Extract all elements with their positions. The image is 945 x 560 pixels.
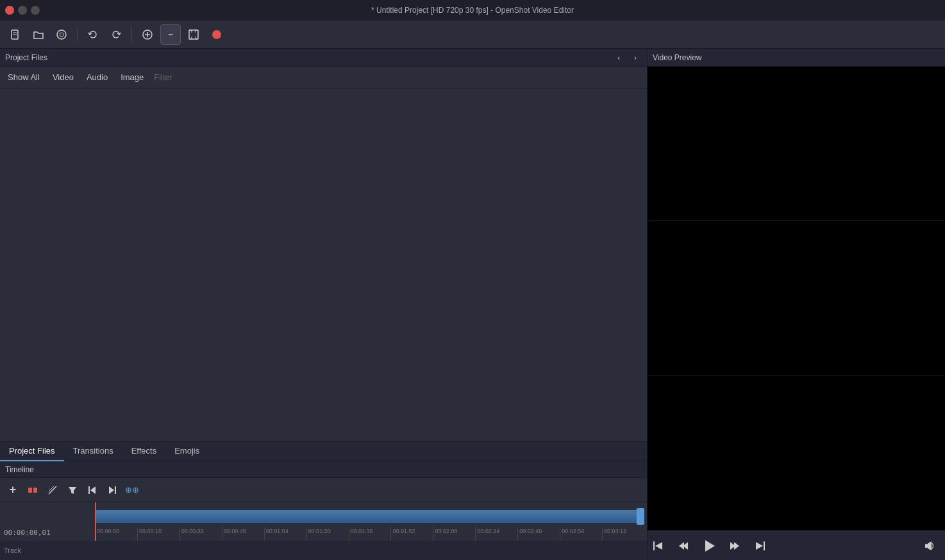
preview-screen-bot xyxy=(648,376,945,531)
timeline-scrubber-area[interactable]: 00:00:00 00:00:16 00:00:32 00:00:48 00:0… xyxy=(0,502,647,541)
timeline-playhead[interactable] xyxy=(95,502,96,541)
save-button[interactable] xyxy=(51,24,72,45)
filter-bar: Show All Video Audio Image xyxy=(0,67,647,88)
right-panel: Video Preview xyxy=(648,49,945,560)
filter-tab-audio[interactable]: Audio xyxy=(84,71,110,83)
panel-header: Project Files ‹ › xyxy=(0,49,647,67)
tab-effects[interactable]: Effects xyxy=(122,441,166,461)
svg-rect-11 xyxy=(33,488,37,493)
preview-screen-top xyxy=(648,67,945,221)
ruler-mark-2: 00:00:32 xyxy=(180,527,222,541)
tl-center[interactable]: ⊕⊕ xyxy=(123,481,141,499)
tl-razor[interactable] xyxy=(44,481,62,499)
svg-point-3 xyxy=(57,30,66,39)
ruler-mark-0: 00:00:00 xyxy=(95,527,137,541)
fullscreen-button[interactable] xyxy=(183,24,204,45)
preview-title: Video Preview xyxy=(653,53,702,62)
tl-filter[interactable] xyxy=(63,481,81,499)
panel-title: Project Files xyxy=(5,53,47,62)
track-label: Track xyxy=(4,547,94,554)
ruler-mark-1: 00:00:16 xyxy=(137,527,180,541)
minus-button[interactable]: − xyxy=(160,24,181,45)
tl-jump-end[interactable] xyxy=(103,481,121,499)
svg-marker-16 xyxy=(90,486,96,494)
timeline-thumb[interactable] xyxy=(637,508,644,525)
ruler-mark-8: 00:02:08 xyxy=(433,527,475,541)
tab-emojis[interactable]: Emojis xyxy=(165,441,208,461)
ruler-mark-9: 00:02:24 xyxy=(475,527,517,541)
ruler-mark-10: 00:02:40 xyxy=(517,527,560,541)
filter-tab-showall[interactable]: Show All xyxy=(5,71,42,83)
track-area: Track xyxy=(0,541,647,560)
svg-marker-20 xyxy=(655,542,662,550)
svg-rect-28 xyxy=(925,544,928,548)
ruler-mark-3: 00:00:48 xyxy=(222,527,264,541)
svg-line-13 xyxy=(49,486,54,491)
svg-marker-18 xyxy=(109,486,114,494)
record-button[interactable] xyxy=(206,24,227,45)
toolbar: − xyxy=(0,21,945,49)
main-area: Project Files ‹ › Show All Video Audio I… xyxy=(0,49,945,560)
svg-point-9 xyxy=(212,30,221,39)
preview-screens xyxy=(648,67,945,531)
filter-tab-image[interactable]: Image xyxy=(118,71,146,83)
timeline-ruler: 00:00:00 00:00:16 00:00:32 00:00:48 00:0… xyxy=(95,527,644,541)
ruler-mark-4: 00:01:04 xyxy=(264,527,306,541)
preview-jump-start-button[interactable] xyxy=(648,536,668,556)
tl-snapping[interactable] xyxy=(24,481,42,499)
redo-button[interactable] xyxy=(106,24,126,45)
preview-step-forward-button[interactable] xyxy=(724,536,745,556)
titlebar: * Untitled Project [HD 720p 30 fps] - Op… xyxy=(0,0,945,21)
ruler-mark-12: 00:03:12 xyxy=(602,527,644,541)
timeline-title: Timeline xyxy=(5,465,34,474)
preview-step-back-button[interactable] xyxy=(673,536,694,556)
maximize-button[interactable] xyxy=(31,6,40,15)
svg-marker-22 xyxy=(679,542,684,550)
svg-marker-27 xyxy=(756,542,763,550)
timeline-toolbar: + ⊕⊕ xyxy=(0,478,647,502)
ruler-mark-5: 00:01:20 xyxy=(306,527,349,541)
ruler-mark-6: 00:01:36 xyxy=(349,527,391,541)
window-buttons xyxy=(5,6,40,15)
close-button[interactable] xyxy=(5,6,14,15)
undo-button[interactable] xyxy=(83,24,103,45)
timeline-progress-bar[interactable] xyxy=(95,510,644,523)
files-area xyxy=(0,88,647,441)
new-button[interactable] xyxy=(5,24,26,45)
svg-rect-8 xyxy=(189,30,198,39)
time-display: 00:00:00,01 xyxy=(4,529,51,537)
preview-controls xyxy=(648,531,945,560)
left-panel: Project Files ‹ › Show All Video Audio I… xyxy=(0,49,648,560)
svg-rect-10 xyxy=(28,488,32,493)
preview-header: Video Preview xyxy=(648,49,945,67)
open-button[interactable] xyxy=(28,24,49,45)
tab-project-files[interactable]: Project Files xyxy=(0,441,64,461)
tab-transitions[interactable]: Transitions xyxy=(64,441,122,461)
volume-area xyxy=(919,536,945,556)
svg-marker-25 xyxy=(734,542,739,550)
tl-jump-start[interactable] xyxy=(83,481,101,499)
panel-nav-forward[interactable]: › xyxy=(629,51,642,64)
svg-marker-23 xyxy=(705,540,715,552)
filter-tab-video[interactable]: Video xyxy=(50,71,76,83)
panel-nav-back[interactable]: ‹ xyxy=(612,51,625,64)
ruler-mark-7: 00:01:52 xyxy=(390,527,433,541)
volume-button[interactable] xyxy=(919,536,940,556)
separator-1 xyxy=(77,27,78,42)
minimize-button[interactable] xyxy=(18,6,27,15)
timeline-label: Timeline xyxy=(0,461,647,478)
filter-input[interactable] xyxy=(154,72,231,82)
window-title: * Untitled Project [HD 720p 30 fps] - Op… xyxy=(371,6,574,15)
tl-add-track[interactable]: + xyxy=(4,481,22,499)
svg-marker-14 xyxy=(69,487,76,494)
timeline-bar-container[interactable] xyxy=(95,510,644,523)
add-button[interactable] xyxy=(137,24,158,45)
bottom-tabs: Project Files Transitions Effects Emojis xyxy=(0,441,647,461)
svg-marker-29 xyxy=(928,541,932,550)
preview-play-button[interactable] xyxy=(699,536,719,556)
separator-2 xyxy=(131,27,132,42)
ruler-mark-11: 00:02:56 xyxy=(560,527,602,541)
preview-screen-mid xyxy=(648,221,945,375)
svg-point-4 xyxy=(60,33,63,37)
preview-jump-end-button[interactable] xyxy=(750,536,771,556)
